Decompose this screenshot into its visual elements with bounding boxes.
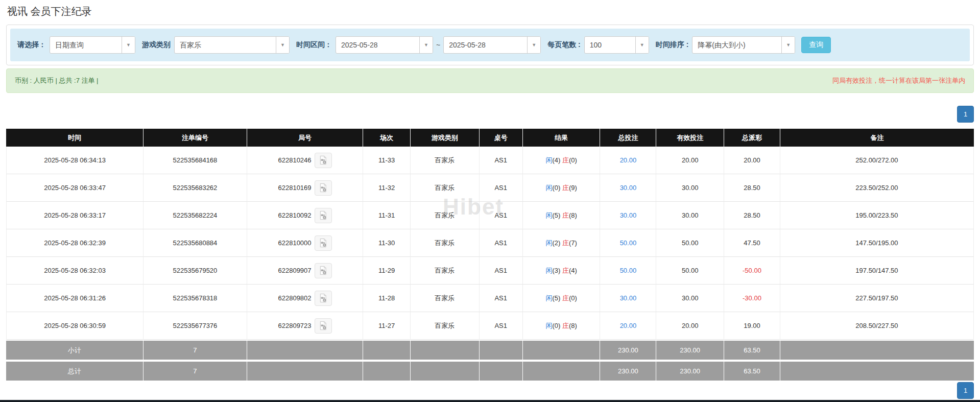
cell-total-bet[interactable]: 20.00 [600, 312, 656, 340]
date-to-select[interactable]: 2025-05-28 ▼ [443, 36, 541, 54]
result-banker: 庄 [562, 211, 569, 219]
summary-bar: 币别 : 人民币 | 总共 :7 注单 | 同局有效投注，统一计算在该局第一张注… [6, 68, 974, 93]
cell-remark: 197.50/147.50 [780, 257, 974, 285]
cell-table-no: AS1 [480, 174, 523, 202]
cell-round-id: 622809802 [247, 285, 363, 312]
cell-result: 闲(0) 庄(9) [523, 174, 601, 202]
video-file-icon [318, 266, 328, 275]
time-sort-select[interactable]: 降幂(由大到小) ▼ [692, 36, 795, 54]
game-type-label: 游戏类别 [142, 40, 171, 50]
cell-payout: 28.50 [724, 202, 780, 229]
page-1-button[interactable]: 1 [957, 106, 974, 123]
result-banker-count: (9) [569, 184, 577, 192]
cell-bet-id: 522535682224 [144, 202, 247, 229]
pagination-bottom: 1 [6, 382, 974, 399]
cell-remark: 147.50/195.00 [780, 229, 974, 257]
cell-payout: 28.50 [724, 174, 780, 202]
game-type-select[interactable]: 百家乐 ▼ [174, 36, 290, 54]
subtotal-valid-bet: 230.00 [656, 341, 724, 360]
cell-total-bet[interactable]: 30.00 [600, 202, 656, 229]
cell-session: 11-29 [363, 257, 411, 285]
cell-payout: -30.00 [724, 285, 780, 312]
subtotal-row: 小计 7 230.00 230.00 63.50 [6, 341, 974, 360]
cell-result: 闲(0) 庄(8) [523, 312, 601, 340]
cell-total-bet[interactable]: 50.00 [600, 229, 656, 257]
cell-bet-id: 522535679520 [144, 257, 247, 285]
header-remark: 备注 [780, 129, 974, 147]
subtotal-payout: 63.50 [724, 341, 780, 360]
game-type-value: 百家乐 [175, 37, 276, 53]
cell-table-no: AS1 [480, 285, 523, 312]
page-size-select[interactable]: 100 ▼ [584, 36, 649, 54]
cell-total-bet[interactable]: 50.00 [600, 257, 656, 285]
result-player: 闲 [545, 239, 552, 247]
result-banker-count: (7) [569, 239, 577, 247]
cell-result: 闲(5) 庄(0) [523, 285, 601, 312]
round-number: 622810000 [278, 239, 311, 247]
cell-total-bet[interactable]: 30.00 [600, 285, 656, 312]
round-number: 622810092 [278, 211, 311, 219]
table-header-row: 时间 注单编号 局号 场次 游戏类别 桌号 结果 总投注 有效投注 总派彩 备注 [6, 129, 974, 147]
cell-total-bet[interactable]: 20.00 [600, 147, 656, 174]
cell-table-no: AS1 [480, 147, 523, 174]
header-time: 时间 [6, 129, 144, 147]
cell-session: 11-28 [363, 285, 411, 312]
grand-total-count: 7 [144, 362, 247, 381]
table-row: 2025-05-28 06:31:26522535678318622809802… [6, 285, 974, 312]
cell-table-no: AS1 [480, 229, 523, 257]
video-replay-button[interactable] [315, 153, 332, 168]
table-row: 2025-05-28 06:32:39522535680884622810000… [6, 229, 974, 257]
cell-game-type: 百家乐 [411, 202, 480, 229]
time-sort-value: 降幂(由大到小) [692, 37, 781, 53]
date-from-select[interactable]: 2025-05-28 ▼ [336, 36, 433, 54]
video-replay-button[interactable] [315, 235, 332, 251]
page-1-button[interactable]: 1 [957, 382, 974, 399]
video-replay-button[interactable] [315, 180, 332, 196]
cell-game-type: 百家乐 [411, 312, 480, 340]
video-replay-button[interactable] [315, 318, 332, 334]
video-replay-button[interactable] [315, 291, 332, 306]
chevron-down-icon: ▼ [122, 37, 135, 53]
cell-session: 11-33 [363, 147, 411, 174]
header-round-id: 局号 [247, 129, 363, 147]
cell-game-type: 百家乐 [411, 285, 480, 312]
cell-table-no: AS1 [480, 312, 523, 340]
result-banker-count: (8) [569, 211, 577, 219]
cell-session: 11-30 [363, 229, 411, 257]
select-type-label: 请选择： [17, 40, 46, 50]
bet-records-table: 时间 注单编号 局号 场次 游戏类别 桌号 结果 总投注 有效投注 总派彩 备注… [6, 129, 974, 381]
header-valid-bet: 有效投注 [656, 129, 724, 147]
search-button[interactable]: 查询 [801, 37, 831, 53]
video-replay-button[interactable] [315, 263, 332, 278]
filter-bar: 请选择： 日期查询 ▼ 游戏类别 百家乐 ▼ 时间区间： 2025-05-28 … [10, 29, 970, 61]
result-banker: 庄 [562, 239, 569, 247]
cell-session: 11-27 [363, 312, 411, 340]
cell-remark: 223.50/252.00 [780, 174, 974, 202]
subtotal-count: 7 [144, 341, 247, 360]
result-player: 闲 [545, 267, 552, 274]
round-number: 622810246 [278, 156, 311, 164]
result-banker-count: (8) [569, 322, 577, 329]
video-file-icon [318, 210, 328, 220]
cell-session: 11-32 [363, 174, 411, 202]
cell-time: 2025-05-28 06:33:17 [6, 202, 144, 229]
cell-bet-id: 522535684168 [144, 147, 247, 174]
cell-total-bet[interactable]: 30.00 [600, 174, 656, 202]
chevron-down-icon: ▼ [635, 37, 649, 53]
cell-round-id: 622809907 [247, 257, 363, 285]
video-file-icon [318, 238, 328, 248]
cell-payout: 20.00 [724, 147, 780, 174]
result-player: 闲 [545, 322, 552, 329]
cell-time: 2025-05-28 06:33:47 [6, 174, 144, 202]
time-sort-label: 时间排序 : [656, 40, 689, 50]
notice-text: 同局有效投注，统一计算在该局第一张注单内 [832, 76, 965, 85]
cell-payout: -50.00 [724, 257, 780, 285]
page-title: 视讯 会员下注纪录 [7, 4, 980, 18]
cell-valid-bet: 20.00 [656, 147, 724, 174]
currency-summary-text: 币别 : 人民币 | 总共 :7 注单 | [15, 76, 99, 85]
cell-valid-bet: 30.00 [656, 174, 724, 202]
cell-time: 2025-05-28 06:32:03 [6, 257, 144, 285]
query-type-select[interactable]: 日期查询 ▼ [50, 36, 135, 54]
date-to-value: 2025-05-28 [444, 37, 527, 53]
video-replay-button[interactable] [315, 208, 332, 223]
